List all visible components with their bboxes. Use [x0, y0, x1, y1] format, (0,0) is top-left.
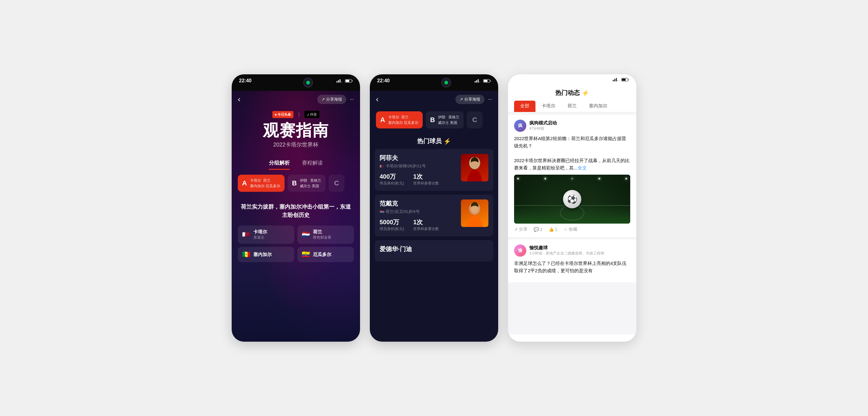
filter-tab-all[interactable]: 全部	[514, 101, 535, 112]
flag-netherlands: 🇳🇱	[302, 231, 310, 239]
back-button-2[interactable]: ‹	[376, 94, 379, 104]
phone1-tabs: 分组解析 赛程解读	[232, 154, 360, 170]
filter-tab-netherlands[interactable]: 荷兰	[561, 101, 583, 112]
like-action-1[interactable]: 👍 1	[549, 227, 557, 232]
phone2-group-card-a[interactable]: A 卡塔尔 荷兰塞内加尔 厄瓜多尔	[376, 111, 423, 128]
feed-actions-1: ↗ 分享 💬 2 👍 1 ☆ 收藏	[514, 227, 630, 232]
team-desc-netherlands: 橙色郁金香	[313, 235, 331, 240]
team-name-netherlands: 荷兰	[313, 229, 331, 235]
hero-section: ■ 今日头条 | ♪ 抖音 观赛指南 2022卡塔尔世界杯	[232, 108, 360, 154]
phone1-groups: A 卡塔尔 荷兰塞内加尔 厄瓜多尔 B 伊朗 英格兰威尔士 美国 C	[232, 170, 360, 197]
feed-item-2: 愉 愉悦趣球 1小时前 · 房地产企业二级建造师、市政工程师 非洲足球怎么了？已…	[508, 239, 636, 282]
team-card-ecuador: 🇪🇨 厄瓜多尔	[298, 247, 354, 262]
group-letter-b: B	[292, 179, 297, 187]
player-card-vandijk[interactable]: 范戴克 🇳🇱 荷兰/后卫/31岁/4号 5000万 球员身价(欧元) 1次 世界…	[375, 195, 493, 236]
group-teams-b: 伊朗 英格兰威尔士 美国	[300, 178, 321, 189]
comment-icon: 💬	[534, 227, 539, 232]
share-poster-button-2[interactable]: ↗ 分享海报	[455, 95, 485, 104]
filter-tab-senegal[interactable]: 塞内加尔	[583, 101, 613, 112]
brand-logos: ■ 今日头条 | ♪ 抖音	[238, 111, 354, 118]
player-matches-afif: 1次	[413, 173, 439, 181]
flag-ecuador: 🇪🇨	[302, 250, 310, 259]
team-card-senegal: 🇸🇳 塞内加尔	[238, 247, 294, 262]
group-card-b[interactable]: B 伊朗 英格兰威尔士 美国	[288, 175, 326, 192]
desc-text: 荷兰实力拔群，塞内加尔冲击小组第一，东道主盼创历史	[232, 197, 360, 226]
player-name-vandijk: 范戴克	[380, 200, 456, 208]
player-name-mendy: 爱德华·门迪	[380, 245, 488, 253]
player-card-afif[interactable]: 阿菲夫 🇶🇦 卡塔尔/前锋/26岁/11号 400万 球员身价(欧元) 1次 世…	[375, 149, 493, 191]
phone1-navbar: ‹ ↗ 分享海报 ···	[232, 91, 360, 108]
team-name-qatar: 卡塔尔	[253, 229, 267, 235]
feed-username-2: 愉悦趣球	[529, 245, 630, 251]
toutiao-logo: ■ 今日头条	[272, 111, 293, 118]
like-icon: 👍	[549, 227, 554, 232]
more-button-1[interactable]: ···	[350, 97, 354, 102]
group-card-c[interactable]: C	[329, 175, 344, 192]
filter-tabs: 全部 卡塔尔 荷兰 塞内加尔	[514, 101, 630, 112]
flag-senegal: 🇸🇳	[242, 250, 250, 259]
tiktok-logo: ♪ 抖音	[304, 111, 319, 118]
player-matches-label-vandijk: 世界杯参赛次数	[413, 226, 439, 232]
phone2-time: 22:40	[377, 78, 390, 84]
phone2-groups: A 卡塔尔 荷兰塞内加尔 厄瓜多尔 B 伊朗 英格兰威尔士 美国 C	[370, 108, 498, 132]
team-card-qatar: 🇶🇦 卡塔尔 东道主	[238, 226, 294, 244]
lightning-icon: ⚡	[443, 138, 451, 145]
read-more-1[interactable]: 全文	[578, 165, 587, 170]
phone3: 热门动态 ⚡ 全部 卡塔尔 荷兰 塞内加尔	[508, 74, 636, 342]
phone2-group-card-c[interactable]: C	[467, 111, 483, 128]
filter-tab-qatar[interactable]: 卡塔尔	[535, 101, 561, 112]
collect-action-1[interactable]: ☆ 收藏	[564, 227, 577, 232]
phone2-group-letter-b: B	[430, 116, 435, 124]
tab-schedule[interactable]: 赛程解读	[302, 159, 323, 170]
group-letter-a: A	[242, 179, 247, 187]
feed-item-1: 疯 疯狗模式启动 47分钟前 2022世界杯A组第2轮前瞻：荷兰和厄瓜多尔谁能占…	[508, 115, 636, 237]
feed-time-1: 47分钟前	[529, 126, 630, 131]
share-poster-button-1[interactable]: ↗ 分享海报	[317, 95, 346, 104]
flag-qatar: 🇶🇦	[242, 231, 250, 239]
player-value-afif: 400万	[380, 173, 404, 181]
feed-content-2: 非洲足球怎么了？已经在卡塔尔世界杯上亮相的4支队伍取得了2平2负的成绩，更可怕的…	[514, 260, 630, 274]
player-card-mendy[interactable]: 爱德华·门迪	[375, 240, 493, 262]
player-matches-vandijk: 1次	[413, 218, 439, 226]
phone2-navbar: ‹ ↗ 分享海报 ···	[370, 91, 498, 108]
phone1-status-icons	[337, 79, 353, 83]
group-card-a[interactable]: A 卡塔尔 荷兰塞内加尔 厄瓜多尔	[238, 175, 284, 192]
phone2: 22:40	[370, 74, 498, 342]
player-detail-afif: 🇶🇦 卡塔尔/前锋/26岁/11号	[380, 164, 456, 169]
phone3-title: 热门动态 ⚡	[514, 89, 630, 97]
phone1: 22:40	[232, 74, 360, 342]
feed-avatar-2: 愉	[514, 244, 526, 257]
phone1-body: ‹ ↗ 分享海报 ··· ■ 今日头条 | ♪	[232, 91, 360, 342]
hero-subtitle: 2022卡塔尔世界杯	[238, 141, 354, 148]
team-name-ecuador: 厄瓜多尔	[313, 252, 331, 258]
dynamic-island-2	[416, 78, 452, 88]
phone3-header: 热门动态 ⚡ 全部 卡塔尔 荷兰 塞内加尔	[508, 84, 636, 112]
player-avatar-afif	[461, 154, 488, 181]
player-value-vandijk: 5000万	[380, 218, 404, 226]
back-button-1[interactable]: ‹	[238, 94, 241, 104]
players-section-title: 热门球员 ⚡	[370, 132, 498, 149]
share-action-1[interactable]: ↗ 分享	[514, 227, 528, 232]
phone2-body: ‹ ↗ 分享海报 ··· A 卡塔尔 荷兰塞内加尔 厄瓜多尔 B 伊朗	[370, 91, 498, 342]
more-button-2[interactable]: ···	[488, 97, 492, 102]
team-card-netherlands: 🇳🇱 荷兰 橙色郁金香	[298, 226, 354, 244]
phone1-time: 22:40	[239, 78, 251, 84]
feed-time-2: 1小时前 · 房地产企业二级建造师、市政工程师	[529, 251, 630, 256]
title-icon: ⚡	[582, 89, 589, 97]
phone2-status-icons	[475, 79, 491, 83]
feed-image-1: ⚽	[514, 175, 630, 224]
phone3-body: 热门动态 ⚡ 全部 卡塔尔 荷兰 塞内加尔	[508, 84, 636, 335]
share-icon: ↗	[321, 97, 325, 101]
tab-group-analysis[interactable]: 分组解析	[269, 159, 290, 170]
dynamic-island-1	[278, 78, 314, 88]
player-detail-vandijk: 🇳🇱 荷兰/后卫/31岁/4号	[380, 209, 456, 214]
team-desc-qatar: 东道主	[253, 235, 267, 240]
player-value-label-vandijk: 球员身价(欧元)	[380, 226, 404, 232]
feed-username-1: 疯狗模式启动	[529, 120, 630, 126]
team-name-senegal: 塞内加尔	[253, 252, 272, 258]
phone2-group-teams-a: 卡塔尔 荷兰塞内加尔 厄瓜多尔	[388, 114, 418, 125]
phone2-group-letter-a: A	[380, 116, 385, 124]
comment-action-1[interactable]: 💬 2	[534, 227, 542, 232]
teams-grid: 🇶🇦 卡塔尔 东道主 🇳🇱 荷兰 橙色郁金香 🇸🇳	[232, 226, 360, 262]
phone2-group-card-b[interactable]: B 伊朗 英格兰威尔士 美国	[426, 111, 464, 128]
